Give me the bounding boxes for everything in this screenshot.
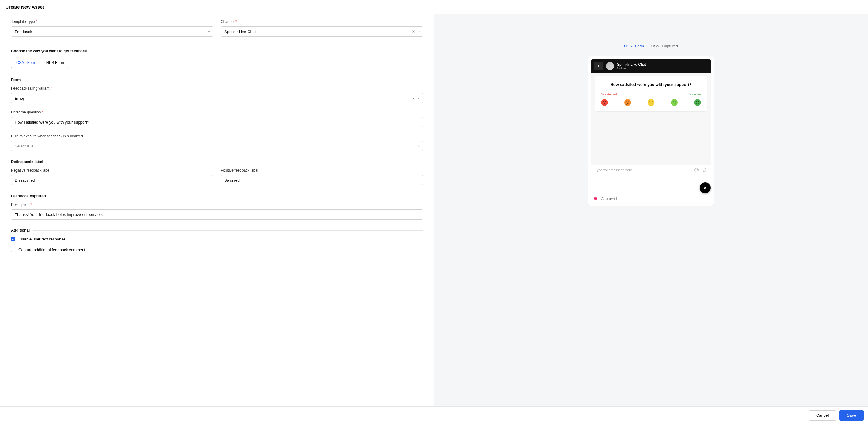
additional-section-header: Additional xyxy=(11,228,423,232)
emoji-very-satisfied[interactable] xyxy=(694,99,701,106)
feedback-method-section: Choose the way you want to get feedback xyxy=(11,49,423,53)
clear-icon[interactable] xyxy=(202,30,206,33)
chevron-down-icon[interactable] xyxy=(207,30,211,33)
rule-label: Rule to execute when feedback is submitt… xyxy=(11,134,423,138)
description-input[interactable] xyxy=(11,209,423,220)
neg-label-input[interactable] xyxy=(11,175,213,185)
channel-input[interactable] xyxy=(221,26,423,37)
svg-point-1 xyxy=(696,169,696,170)
preview-pane: CSAT Form CSAT Captured Sprinklr Live Ch… xyxy=(434,14,868,405)
svg-point-2 xyxy=(697,169,698,170)
tab-nps-form[interactable]: NPS Form xyxy=(41,58,69,68)
chat-message-input[interactable]: Type your message here... xyxy=(595,168,694,172)
capture-comment-checkbox[interactable] xyxy=(11,248,15,252)
feedback-form-type-tabs: CSAT Form NPS Form xyxy=(11,58,69,68)
close-preview-button[interactable] xyxy=(700,182,711,193)
svg-point-0 xyxy=(695,168,699,172)
rating-variant-input[interactable] xyxy=(11,93,423,103)
scale-neg-label: Dissatisfied xyxy=(600,92,617,96)
chevron-down-icon[interactable] xyxy=(417,144,421,148)
chat-status: Online xyxy=(617,67,646,70)
disable-text-response-label: Disable user text response xyxy=(18,237,65,241)
form-section-header: Form xyxy=(11,78,423,82)
capture-comment-label: Capture additional feedback comment xyxy=(18,248,85,252)
page-title: Create New Asset xyxy=(5,4,863,9)
feedback-card: How satisfied were you with your support… xyxy=(595,76,707,111)
pos-label-input[interactable] xyxy=(221,175,423,185)
approved-status: Approved xyxy=(588,192,714,205)
clear-icon[interactable] xyxy=(412,30,415,33)
channel-select[interactable] xyxy=(221,26,423,37)
chat-back-button[interactable] xyxy=(594,62,603,70)
scale-pos-label: Satisfied xyxy=(689,92,702,96)
close-icon xyxy=(703,186,707,190)
rule-select[interactable] xyxy=(11,141,423,151)
chat-title: Sprinklr Live Chat xyxy=(617,62,646,67)
rule-input[interactable] xyxy=(11,141,423,151)
preview-tab-csat-form[interactable]: CSAT Form xyxy=(624,42,644,52)
chevron-left-icon xyxy=(597,65,600,68)
rating-variant-select[interactable] xyxy=(11,93,423,103)
clear-icon[interactable] xyxy=(412,96,415,100)
template-type-input[interactable] xyxy=(11,26,213,37)
emoji-dissatisfied[interactable] xyxy=(624,99,631,106)
chevron-down-icon[interactable] xyxy=(417,30,421,33)
emoji-picker-icon[interactable] xyxy=(694,168,699,172)
emoji-satisfied[interactable] xyxy=(671,99,678,106)
channel-label: Channel * xyxy=(221,20,423,24)
question-input[interactable] xyxy=(11,117,423,127)
description-label: Description * xyxy=(11,202,423,207)
scale-section-header: Define scale label xyxy=(11,160,423,164)
page-header: Create New Asset xyxy=(0,0,868,14)
template-type-select[interactable] xyxy=(11,26,213,37)
preview-tab-csat-captured[interactable]: CSAT Captured xyxy=(651,42,678,52)
form-pane: Template Type * Channel * xyxy=(0,14,434,405)
chat-preview: Sprinklr Live Chat Online How satisfied … xyxy=(591,59,711,175)
svg-rect-4 xyxy=(595,198,597,200)
approved-label: Approved xyxy=(601,197,617,201)
captured-section-header: Feedback captured xyxy=(11,194,423,198)
avatar xyxy=(606,62,614,70)
approved-icon xyxy=(593,196,598,201)
neg-label-label: Negative feedback label xyxy=(11,168,213,172)
feedback-question: How satisfied were you with your support… xyxy=(600,82,702,88)
template-type-label: Template Type * xyxy=(11,20,213,24)
tab-csat-form[interactable]: CSAT Form xyxy=(11,58,41,68)
rating-variant-label: Feedback rating variant * xyxy=(11,86,423,91)
attachment-icon[interactable] xyxy=(702,168,707,172)
pos-label-label: Positive feedback label xyxy=(221,168,423,172)
emoji-very-dissatisfied[interactable] xyxy=(601,99,608,106)
disable-text-response-checkbox[interactable] xyxy=(11,237,15,241)
emoji-neutral[interactable] xyxy=(648,99,654,106)
chevron-down-icon[interactable] xyxy=(417,96,421,100)
preview-card: Sprinklr Live Chat Online How satisfied … xyxy=(588,56,714,205)
question-label: Enter the question * xyxy=(11,110,423,115)
